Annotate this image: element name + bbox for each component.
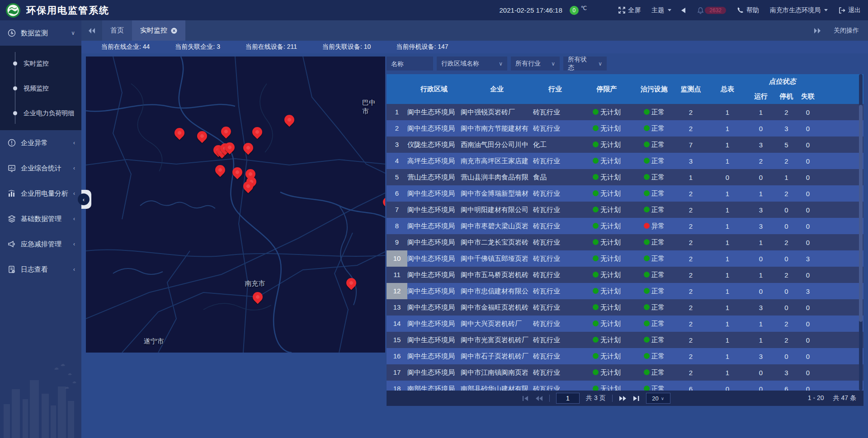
cell-monitor-points: 2 xyxy=(672,353,709,360)
industry-filter-select[interactable]: 所有行业 ∨ xyxy=(511,57,560,71)
cell-stopped: 2 xyxy=(776,157,797,165)
tabs-scroll-left-button[interactable] xyxy=(81,20,102,41)
tabs-scroll-right-button[interactable] xyxy=(814,28,821,34)
notifications-button[interactable]: 2632 xyxy=(697,7,726,14)
cell-total-meters: 1 xyxy=(709,336,745,344)
cell-stopped: 0 xyxy=(776,255,797,263)
table-row[interactable]: 10阆中生态环境局阆中千佛镇五郎垭页岩砖瓦行业无计划正常21003 xyxy=(387,250,863,267)
sidebar-item-3[interactable]: 企业用电量分析‹ xyxy=(0,181,81,206)
table-row[interactable]: 12阆中生态环境局阆中市忠信建材有限公砖瓦行业无计划正常21003 xyxy=(387,283,863,299)
help-button[interactable]: 帮助 xyxy=(737,6,759,14)
last-page-button[interactable] xyxy=(633,396,640,401)
col-header-0: 行政区域 xyxy=(407,85,461,94)
cell-plan-status: 无计划 xyxy=(577,189,636,198)
cell-running: 0 xyxy=(745,125,776,132)
cell-company: 营山县润丰肉食品有限 xyxy=(461,173,533,182)
cell-total-meters: 0 xyxy=(709,385,745,391)
page-number-input[interactable] xyxy=(556,393,580,404)
fullscreen-button[interactable]: 全屏 xyxy=(618,6,641,14)
first-page-button[interactable] xyxy=(522,396,529,401)
status-dot-green xyxy=(644,369,650,375)
sidebar-item-5[interactable]: 应急减排管理‹ xyxy=(0,231,81,257)
row-index: 16 xyxy=(387,348,407,364)
map-canvas[interactable]: 巴中市南充市遂宁市 xyxy=(86,57,385,353)
cell-monitor-points: 2 xyxy=(672,369,709,377)
page-size-select[interactable]: 20 ∨ xyxy=(646,393,670,404)
cell-monitor-points: 6 xyxy=(672,385,709,391)
cell-total-meters: 1 xyxy=(709,369,745,377)
cell-lost: 0 xyxy=(797,190,819,198)
sidebar-subitem-0-2[interactable]: 企业电力负荷明细 xyxy=(0,101,81,126)
sound-toggle[interactable] xyxy=(681,8,685,13)
table-row[interactable]: 11阆中生态环境局阆中市五马桥页岩机砖砖瓦行业无计划正常21120 xyxy=(387,267,863,283)
close-operations-button[interactable]: 关闭操作 xyxy=(834,27,859,35)
cell-monitor-points: 2 xyxy=(672,336,709,344)
row-index: 10 xyxy=(387,250,407,267)
cell-lost: 0 xyxy=(797,304,819,311)
table-row[interactable]: 2阆中生态环境局阆中市南方节能建材有砖瓦行业无计划正常21030 xyxy=(387,120,863,137)
cell-running: 2 xyxy=(745,157,776,165)
sidebar-subitem-0-1[interactable]: 视频监控 xyxy=(0,76,81,101)
sidebar-item-0[interactable]: 数据监测∨ xyxy=(0,20,81,46)
tab-home[interactable]: 首页 xyxy=(102,20,132,41)
previous-page-button[interactable] xyxy=(535,396,543,401)
table-row[interactable]: 5营山生态环境局营山县润丰肉食品有限食品无计划正常10010 xyxy=(387,169,863,185)
map-roads-decoration xyxy=(86,57,385,353)
org-menu[interactable]: 南充市生态环境局 xyxy=(770,6,828,14)
table-row[interactable]: 1阆中生态环境局阆中强锐页岩砖厂砖瓦行业无计划正常21120 xyxy=(387,104,863,120)
sidebar: 数据监测∨实时监控视频监控企业电力负荷明细企业异常‹企业综合统计‹企业用电量分析… xyxy=(0,20,81,438)
stat-item-2: 当前在线设备: 211 xyxy=(245,43,297,51)
cell-plan-status: 无计划 xyxy=(577,108,636,117)
theme-menu[interactable]: 主题 xyxy=(651,6,671,14)
cell-industry: 砖瓦行业 xyxy=(533,238,577,247)
cell-plan-status: 无计划 xyxy=(577,238,636,247)
row-index: 3 xyxy=(387,137,407,153)
cell-total-meters: 1 xyxy=(709,157,745,165)
region-filter-select[interactable]: 行政区域名称 ∨ xyxy=(437,57,507,71)
table-row[interactable]: 6阆中生态环境局阆中市金博瑞新型墙材砖瓦行业无计划正常21120 xyxy=(387,185,863,202)
table-row[interactable]: 16阆中生态环境局阆中市石子页岩机砖厂砖瓦行业无计划正常21300 xyxy=(387,348,863,364)
cell-running: 3 xyxy=(745,304,776,311)
chevron-left-icon: ‹ xyxy=(73,241,75,247)
table-row[interactable]: 4高坪生态环境局南充市高坪区王家店建砖瓦行业无计划正常31220 xyxy=(387,153,863,169)
sidebar-item-6[interactable]: 日志查看‹ xyxy=(0,257,81,282)
row-index: 2 xyxy=(387,120,407,137)
cell-stopped: 3 xyxy=(776,125,797,132)
sidebar-item-1[interactable]: 企业异常‹ xyxy=(0,130,81,155)
next-page-button[interactable] xyxy=(619,396,627,401)
tab-close-icon[interactable] xyxy=(171,28,177,34)
table-row[interactable]: 7阆中生态环境局阆中明阳建材有限公司砖瓦行业无计划正常21300 xyxy=(387,202,863,218)
sidebar-item-2[interactable]: 企业综合统计‹ xyxy=(0,155,81,181)
cell-running: 0 xyxy=(745,369,776,377)
status-dot-green xyxy=(644,190,650,196)
tab-realtime-monitor[interactable]: 实时监控 xyxy=(132,20,185,41)
sidebar-item-4[interactable]: 基础数据管理‹ xyxy=(0,206,81,231)
sidebar-subitem-0-0[interactable]: 实时监控 xyxy=(0,51,81,76)
table-row[interactable]: 18南部生态环境局南部县砂华山建材有限砖瓦行业无计划正常60060 xyxy=(387,381,863,391)
logout-button[interactable]: 退出 xyxy=(839,6,861,14)
status-filter-select[interactable]: 所有状态 ∨ xyxy=(563,57,607,71)
cell-facility-status: 正常 xyxy=(636,368,672,377)
table-row[interactable]: 9阆中生态环境局阆中市二龙长宝页岩砖砖瓦行业无计划正常21120 xyxy=(387,234,863,250)
cell-company: 阆中市忠信建材有限公 xyxy=(461,287,533,296)
sidebar-collapse-handle[interactable]: ‹ xyxy=(81,190,91,209)
table-row[interactable]: 8阆中生态环境局阆中市枣碧大梁山页岩砖瓦行业无计划异常21300 xyxy=(387,218,863,234)
cell-monitor-points: 1 xyxy=(672,174,709,181)
cell-company: 阆中市光富页岩机砖厂 xyxy=(461,336,533,344)
cell-company: 阆中市枣碧大梁山页岩 xyxy=(461,222,533,231)
cell-stopped: 2 xyxy=(776,336,797,344)
name-filter-input[interactable] xyxy=(387,57,433,71)
status-dot-green xyxy=(593,223,599,229)
cell-lost: 0 xyxy=(797,222,819,230)
table-row[interactable]: 13阆中生态环境局阆中市金福旺页岩机砖砖瓦行业无计划正常21300 xyxy=(387,299,863,316)
table-row[interactable]: 3仪陇生态环境局西南油气田分公司川中化工无计划正常71350 xyxy=(387,137,863,153)
table-row[interactable]: 15阆中生态环境局阆中市光富页岩机砖厂砖瓦行业无计划正常21120 xyxy=(387,332,863,348)
table-row[interactable]: 14阆中生态环境局阆中大兴页岩机砖厂砖瓦行业无计划正常21120 xyxy=(387,316,863,332)
cell-facility-status: 异常 xyxy=(636,222,672,231)
chevron-down-icon: ∨ xyxy=(499,61,503,67)
table-scrollbar[interactable] xyxy=(859,74,863,391)
cell-running: 3 xyxy=(745,141,776,149)
cell-facility-status: 正常 xyxy=(636,385,672,391)
table-row[interactable]: 17阆中生态环境局阆中市江南镇阆南页岩砖瓦行业无计划正常21030 xyxy=(387,364,863,381)
cell-industry: 砖瓦行业 xyxy=(533,222,577,231)
